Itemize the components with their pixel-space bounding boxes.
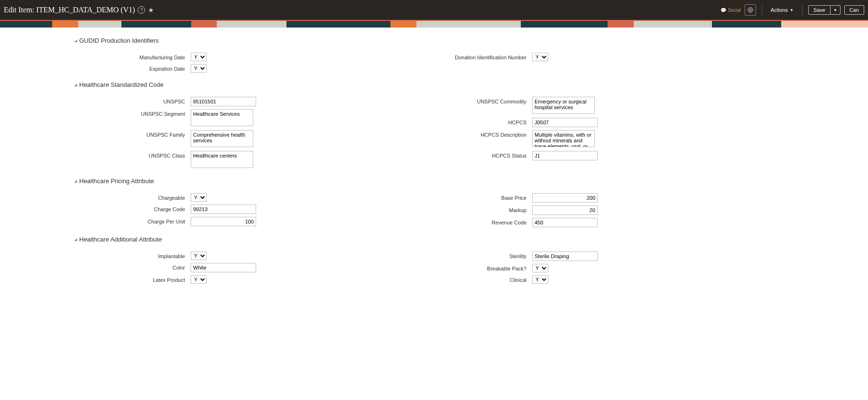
disclosure-icon: ◢: [74, 39, 77, 43]
hcpcs-desc-input[interactable]: Multiple vitamins, with or without miner…: [532, 130, 595, 147]
hcpcs-label: HCPCS: [342, 118, 532, 125]
manufacturing-date-label: Manufacturing Date: [0, 53, 191, 60]
unspsc-class-label: UNSPSC Class: [0, 151, 191, 158]
save-menu-button[interactable]: ▼: [830, 5, 840, 15]
actions-menu[interactable]: Actions ▼: [768, 7, 796, 13]
unspsc-segment-label: UNSPSC Segment: [0, 109, 191, 117]
actions-label: Actions: [771, 7, 788, 13]
section-title: Healthcare Pricing Attribute: [79, 177, 154, 185]
breakable-label: Breakable Pack?: [342, 264, 532, 271]
donation-id-label: Donation Identification Number: [342, 53, 532, 60]
hcpcs-status-input[interactable]: [532, 151, 598, 160]
section-title: Healthcare Additional Attribute: [79, 236, 162, 243]
revenue-code-input[interactable]: [532, 218, 598, 227]
codes-columns: UNSPSC UNSPSC Segment Healthcare Service…: [0, 94, 868, 172]
form-content: ◢ GUDID Production Identifiers Manufactu…: [0, 28, 868, 306]
separator: [802, 5, 803, 15]
section-header-gudid[interactable]: ◢ GUDID Production Identifiers: [74, 37, 868, 44]
disclosure-icon: ◢: [74, 179, 77, 183]
latex-label: Latex Product: [0, 275, 191, 283]
markup-label: Markup: [342, 205, 532, 213]
manufacturing-date-select[interactable]: Y: [191, 53, 207, 61]
color-input[interactable]: [191, 263, 256, 272]
save-button-group: Save ▼: [808, 5, 840, 15]
charge-code-input[interactable]: [191, 205, 256, 214]
top-bar-right: 💬 Social Actions ▼ Save ▼ Can: [720, 4, 864, 16]
social-link[interactable]: 💬 Social: [720, 8, 741, 13]
hcpcs-status-label: HCPCS Status: [342, 151, 532, 158]
unspsc-class-input[interactable]: Healthcare centers: [191, 151, 253, 168]
unspsc-input[interactable]: [191, 97, 256, 106]
hcpcs-desc-label: HCPCS Description: [342, 130, 532, 138]
unspsc-family-label: UNSPSC Family: [0, 130, 191, 138]
favorite-star-icon[interactable]: ★: [148, 6, 154, 14]
clinical-select[interactable]: Y: [532, 275, 548, 284]
unspsc-segment-input[interactable]: Healthcare Services: [191, 109, 253, 126]
charge-per-unit-label: Charge Per Unit: [0, 217, 191, 224]
base-price-label: Base Price: [342, 193, 532, 201]
expiration-date-label: Expiration Date: [0, 64, 191, 72]
unspsc-commodity-label: UNSPSC Commodity: [342, 97, 532, 104]
markup-input[interactable]: [532, 205, 598, 215]
color-label: Color: [0, 263, 191, 270]
charge-code-label: Charge Code: [0, 205, 191, 212]
pricing-columns: Chargeable Y Charge Code Charge Per Unit…: [0, 190, 868, 230]
page-title: Edit Item: ITEM_HC_DATA_DEMO (V1): [4, 6, 135, 14]
top-bar: Edit Item: ITEM_HC_DATA_DEMO (V1) ? ★ 💬 …: [0, 0, 868, 20]
chevron-down-icon: ▼: [790, 8, 794, 12]
expiration-date-select[interactable]: Y: [191, 64, 207, 73]
chargeable-label: Chargeable: [0, 193, 191, 201]
base-price-input[interactable]: [532, 193, 598, 203]
disclosure-icon: ◢: [74, 238, 77, 242]
unspsc-commodity-input[interactable]: Emergency or surgical hospital services: [532, 97, 595, 114]
revenue-code-label: Revenue Code: [342, 218, 532, 225]
sterility-label: Sterility: [342, 251, 532, 259]
chevron-down-icon: ▼: [833, 8, 837, 12]
section-header-additional[interactable]: ◢ Healthcare Additional Attribute: [74, 236, 868, 243]
top-bar-left: Edit Item: ITEM_HC_DATA_DEMO (V1) ? ★: [4, 6, 154, 14]
gudid-columns: Manufacturing Date Y Expiration Date Y D…: [0, 50, 868, 75]
section-title: Healthcare Standardized Code: [79, 81, 164, 88]
implantable-label: Implantable: [0, 251, 191, 259]
unspsc-family-input[interactable]: Comprehensive health services: [191, 130, 253, 147]
help-icon[interactable]: ?: [138, 6, 145, 14]
breakable-select[interactable]: Y: [532, 264, 548, 272]
separator: [762, 5, 762, 15]
disclosure-icon: ◢: [74, 83, 77, 87]
activity-stream-button[interactable]: [745, 4, 756, 16]
social-icon: 💬: [720, 8, 726, 13]
latex-select[interactable]: Y: [191, 275, 207, 284]
unspsc-label: UNSPSC: [0, 97, 191, 104]
additional-columns: Implantable Y Color Latex Product Y Ster…: [0, 249, 868, 287]
globe-icon: [748, 7, 753, 13]
sterility-input[interactable]: [532, 251, 598, 261]
cancel-button[interactable]: Can: [844, 5, 864, 15]
donation-id-select[interactable]: Y: [532, 53, 548, 61]
chargeable-select[interactable]: Y: [191, 193, 207, 202]
social-label: Social: [728, 8, 741, 13]
implantable-select[interactable]: Y: [191, 251, 207, 260]
section-header-codes[interactable]: ◢ Healthcare Standardized Code: [74, 81, 868, 88]
decorative-stripe: [0, 20, 868, 28]
save-button[interactable]: Save: [808, 5, 831, 15]
hcpcs-input[interactable]: [532, 118, 598, 127]
charge-per-unit-input[interactable]: [191, 217, 256, 226]
section-header-pricing[interactable]: ◢ Healthcare Pricing Attribute: [74, 177, 868, 185]
section-title: GUDID Production Identifiers: [79, 37, 159, 44]
clinical-label: Clinical: [342, 275, 532, 283]
